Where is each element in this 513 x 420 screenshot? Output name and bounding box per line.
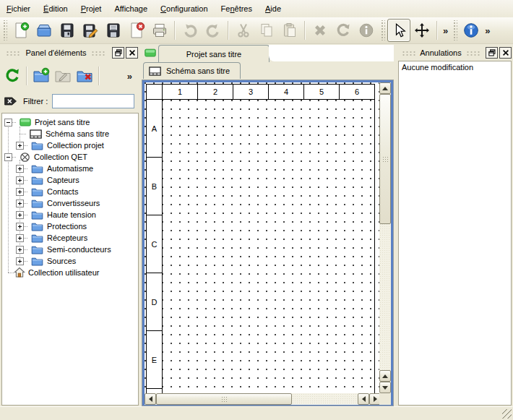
scroll-up-button[interactable] (379, 82, 391, 94)
new-category-button[interactable] (30, 64, 52, 87)
tree-item-capteurs[interactable]: Capteurs (2, 174, 138, 186)
toolbar-separator (436, 21, 438, 40)
rotate-button[interactable] (332, 19, 355, 42)
diagram-sheet-frame: 1 2 3 4 5 6 A B C D E (146, 84, 375, 393)
tree-item-collection-utilisateur[interactable]: Collection utilisateur (2, 267, 138, 278)
clear-filter-icon[interactable] (3, 94, 19, 108)
vertical-scrollbar[interactable] (379, 82, 391, 393)
collections-tree[interactable]: Projet sans titre Schéma sans titre Coll… (1, 113, 139, 406)
tree-expander-plus[interactable] (16, 165, 24, 173)
scroll-up-button[interactable] (379, 370, 391, 382)
diagram-canvas[interactable]: 1 2 3 4 5 6 A B C D E (145, 82, 381, 393)
tree-expander-plus[interactable] (16, 234, 24, 242)
tree-item-sources[interactable]: Sources (2, 255, 138, 267)
tree-item-collection-qet[interactable]: Collection QET (2, 151, 138, 163)
scroll-down-button[interactable] (379, 382, 391, 393)
tree-expander-minus[interactable] (4, 119, 12, 127)
element-information-button[interactable] (355, 19, 378, 42)
close-document-button[interactable] (125, 19, 148, 42)
menu-fichier[interactable]: Fichier (0, 1, 37, 16)
tree-item-recepteurs[interactable]: Récepteurs (2, 232, 138, 244)
new-document-button[interactable] (9, 19, 33, 42)
menu-affichage[interactable]: Affichage (108, 1, 154, 16)
menu-bar: Fichier Édition Projet Affichage Configu… (0, 0, 513, 18)
redo-icon (204, 22, 222, 39)
project-tab[interactable]: Projet sans titre (158, 45, 270, 62)
tree-item-schema-sans-titre[interactable]: Schéma sans titre (2, 128, 138, 140)
horizontal-scrollbar[interactable] (145, 393, 381, 405)
tree-item-semi-conducteurs[interactable]: Semi-conducteurs (2, 244, 138, 255)
horizontal-scroll-thumb[interactable] (156, 393, 292, 405)
tree-expander-plus[interactable] (16, 257, 24, 265)
redo-button[interactable] (202, 19, 225, 42)
schema-tab[interactable]: Schéma sans titre (143, 62, 241, 79)
delete-category-button[interactable] (74, 64, 95, 87)
paste-button[interactable] (278, 19, 301, 42)
tree-item-protections[interactable]: Protections (2, 220, 138, 232)
undo-dock-titlebar[interactable]: Annulations (397, 46, 512, 59)
copy-button[interactable] (255, 19, 278, 42)
undo-list-item[interactable]: Aucune modification (399, 61, 511, 73)
dock-float-button[interactable] (112, 47, 124, 59)
select-mode-button[interactable] (387, 19, 410, 42)
pan-mode-button[interactable] (410, 19, 434, 42)
save-button[interactable] (56, 19, 79, 42)
elements-panel-titlebar[interactable]: Panel d'éléments (1, 46, 138, 59)
scroll-left-button[interactable] (145, 393, 156, 405)
tree-item-projet-sans-titre[interactable]: Projet sans titre (2, 116, 138, 128)
info-gray-icon (358, 22, 375, 39)
vertical-scroll-thumb[interactable] (379, 94, 391, 224)
tree-expander-plus[interactable] (16, 176, 24, 184)
undo-button[interactable] (178, 19, 202, 42)
delete-button[interactable] (309, 19, 332, 42)
tree-item-contacts[interactable]: Contacts (2, 186, 138, 197)
tree-expander-plus[interactable] (16, 246, 24, 254)
print-button[interactable] (148, 19, 171, 42)
toolbar-handle[interactable] (2, 20, 7, 40)
panel-toolbar-overflow-button[interactable]: » (125, 71, 134, 82)
open-folder-icon (35, 22, 53, 39)
tree-item-collection-projet[interactable]: Collection projet (2, 140, 138, 151)
toolbar-separator (174, 21, 176, 40)
diagram-column-header: 5 (304, 85, 340, 100)
status-bar (0, 406, 513, 420)
reload-collections-button[interactable] (1, 64, 23, 87)
toolbar-handle[interactable] (452, 20, 457, 40)
menu-aide[interactable]: Aide (259, 1, 288, 16)
resize-grip[interactable] (502, 409, 512, 419)
scroll-left-button[interactable] (358, 393, 369, 405)
tree-item-haute-tension[interactable]: Haute tension (2, 209, 138, 220)
dock-close-button[interactable] (499, 47, 512, 59)
menu-projet[interactable]: Projet (74, 1, 108, 16)
cut-button[interactable] (232, 19, 255, 42)
undo-history-list[interactable]: Aucune modification (398, 61, 512, 406)
edit-category-button[interactable] (52, 64, 74, 87)
filter-input[interactable] (52, 94, 134, 108)
save-as-button[interactable] (79, 19, 102, 42)
elements-panel-dock: Panel d'éléments » Filtrer : Projet sans… (0, 43, 139, 407)
qelectrotech-window: Fichier Édition Projet Affichage Configu… (0, 0, 513, 420)
menu-configuration[interactable]: Configuration (154, 1, 214, 16)
tree-expander-plus[interactable] (16, 188, 24, 196)
tab-bar-empty-area (269, 45, 394, 61)
tree-expander-minus[interactable] (4, 153, 12, 161)
tree-item-convertisseurs[interactable]: Convertisseurs (2, 197, 138, 209)
tree-expander-plus[interactable] (16, 223, 24, 231)
dock-float-button[interactable] (486, 47, 498, 59)
tree-expander-plus[interactable] (16, 211, 24, 219)
menu-edition[interactable]: Édition (37, 1, 74, 16)
toolbar-separator (228, 21, 229, 40)
tree-item-automatisme[interactable]: Automatisme (2, 163, 138, 174)
toolbar-overflow-button[interactable]: » (441, 25, 450, 36)
toolbar-handle[interactable] (380, 20, 385, 40)
open-project-button[interactable] (33, 19, 56, 42)
about-qet-button[interactable] (460, 19, 483, 42)
save-all-button[interactable] (102, 19, 125, 42)
dock-close-button[interactable] (126, 47, 138, 59)
toolbar-overflow-button[interactable]: » (483, 25, 492, 36)
project-tab-bar: Projet sans titre (142, 45, 394, 62)
tree-expander-plus[interactable] (16, 142, 24, 150)
menu-fenetres[interactable]: Fenêtres (215, 1, 259, 16)
diagram-row-header: B (147, 158, 163, 215)
tree-expander-plus[interactable] (16, 200, 24, 207)
